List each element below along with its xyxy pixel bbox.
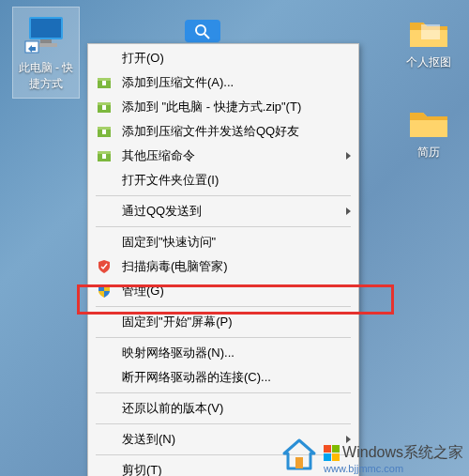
folder-icon — [406, 103, 451, 141]
svg-rect-3 — [31, 19, 61, 38]
windows-logo-icon — [324, 445, 340, 462]
menu-item-qq-send-to[interactable]: 通过QQ发送到 — [88, 199, 358, 223]
desktop-icon-this-pc-shortcut[interactable]: 此电脑 - 快捷方式 — [13, 8, 79, 98]
menu-item-pin-start[interactable]: 固定到"开始"屏幕(P) — [88, 310, 358, 334]
blank-icon — [96, 203, 113, 220]
pc-monitor-icon — [23, 11, 68, 56]
shield-red-icon — [96, 258, 113, 275]
folder-icon — [406, 13, 451, 51]
blank-icon — [96, 431, 113, 448]
desktop-icon-folder-1[interactable]: 个人抠图 — [396, 13, 461, 70]
archive-icon — [96, 99, 113, 115]
menu-separator — [96, 226, 351, 227]
archive-icon — [96, 74, 113, 91]
desktop-icon-label: 此电脑 - 快捷方式 — [15, 60, 77, 92]
blank-icon — [96, 50, 113, 67]
archive-icon — [96, 147, 113, 164]
svg-rect-13 — [102, 105, 106, 110]
search-button[interactable] — [185, 20, 220, 42]
svg-rect-20 — [295, 457, 303, 468]
blank-icon — [96, 234, 113, 251]
svg-rect-21 — [324, 445, 331, 453]
watermark-title: Windows系统之家 — [342, 443, 463, 463]
svg-rect-4 — [40, 39, 52, 43]
menu-item-add-zip[interactable]: 添加到 "此电脑 - 快捷方式.zip"(T) — [88, 95, 358, 119]
svg-rect-22 — [332, 445, 340, 453]
archive-icon — [96, 123, 113, 140]
blank-icon — [96, 462, 113, 476]
menu-item-manage[interactable]: 管理(G) — [88, 279, 358, 303]
menu-item-scan-virus[interactable]: 扫描病毒(电脑管家) — [88, 254, 358, 279]
menu-item-map-network-drive[interactable]: 映射网络驱动器(N)... — [88, 341, 358, 365]
menu-item-archive-qq[interactable]: 添加到压缩文件并发送给QQ好友 — [88, 119, 358, 144]
svg-rect-23 — [324, 453, 331, 461]
menu-item-disconnect-network-drive[interactable]: 断开网络驱动器的连接(C)... — [88, 365, 358, 390]
blank-icon — [96, 172, 113, 189]
blank-icon — [96, 400, 113, 417]
menu-item-open-location[interactable]: 打开文件夹位置(I) — [88, 168, 358, 192]
menu-separator — [96, 337, 351, 338]
svg-rect-24 — [332, 453, 340, 461]
menu-item-add-archive[interactable]: 添加到压缩文件(A)... — [88, 70, 358, 95]
chevron-right-icon — [346, 207, 351, 215]
svg-rect-18 — [98, 151, 111, 154]
blank-icon — [96, 345, 113, 361]
svg-rect-19 — [102, 154, 106, 159]
svg-rect-9 — [98, 78, 111, 81]
shield-uac-icon — [96, 283, 113, 299]
svg-point-0 — [196, 25, 205, 35]
desktop-icon-label: 简历 — [396, 145, 461, 161]
desktop-icon-folder-2[interactable]: 简历 — [396, 103, 461, 161]
menu-separator — [96, 306, 351, 307]
menu-separator — [96, 195, 351, 196]
menu-item-other-archive[interactable]: 其他压缩命令 — [88, 144, 358, 168]
menu-item-pin-quick-access[interactable]: 固定到"快速访问" — [88, 230, 358, 254]
desktop-icon-label: 个人抠图 — [396, 54, 461, 70]
watermark: Windows系统之家 www.bjjmmc.com — [280, 437, 463, 474]
svg-rect-12 — [98, 102, 111, 105]
blank-icon — [96, 369, 113, 386]
svg-rect-15 — [98, 127, 111, 130]
watermark-url: www.bjjmmc.com — [324, 463, 463, 474]
svg-rect-16 — [102, 130, 106, 134]
menu-separator — [96, 392, 351, 393]
menu-item-open[interactable]: 打开(O) — [88, 46, 358, 70]
chevron-right-icon — [346, 152, 351, 160]
house-icon — [280, 437, 318, 474]
context-menu: 打开(O) 添加到压缩文件(A)... 添加到 "此电脑 - 快捷方式.zip"… — [87, 43, 359, 476]
blank-icon — [96, 314, 113, 330]
svg-rect-7 — [421, 24, 440, 39]
menu-item-restore-previous[interactable]: 还原以前的版本(V) — [88, 396, 358, 421]
svg-line-1 — [204, 34, 209, 38]
menu-separator — [96, 423, 351, 424]
svg-rect-10 — [102, 81, 106, 85]
